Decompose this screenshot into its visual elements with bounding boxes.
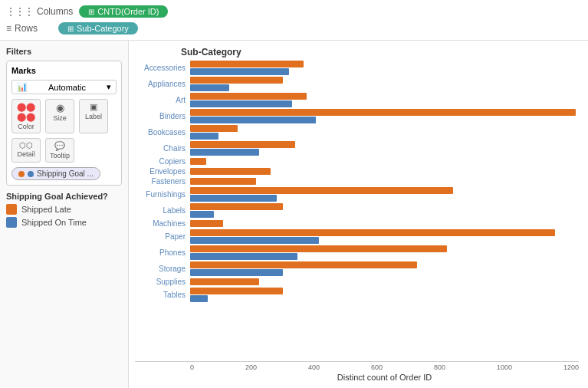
bar-group — [190, 178, 579, 185]
blue-swatch — [6, 217, 17, 228]
bar-blue — [190, 253, 297, 260]
bar-blue — [190, 295, 208, 302]
bar-group — [190, 261, 579, 276]
bar-orange — [190, 245, 447, 252]
legend-label-late: Shipped Late — [21, 205, 71, 214]
legend-item-ontime: Shipped On Time — [6, 217, 122, 228]
x-axis-tick: 1000 — [497, 363, 512, 371]
table-row: Bookcases — [135, 125, 579, 140]
detail-icon: ⬡⬡ — [19, 141, 33, 150]
marks-size-btn[interactable]: ◉ Size — [45, 99, 74, 133]
table-row: Labels — [135, 203, 579, 218]
chevron-down-icon: ▾ — [107, 82, 111, 92]
bar-blue — [190, 68, 289, 75]
rows-label: ≡ Rows — [6, 23, 52, 34]
x-axis-tick: 200 — [245, 363, 257, 371]
columns-row: ⋮⋮⋮ Columns ⊞ CNTD(Order ID) — [6, 3, 582, 20]
bar-group — [190, 61, 579, 75]
x-axis-tick: 0 — [190, 363, 194, 371]
bar-label: Envelopes — [135, 167, 190, 176]
marks-icons-row2: ⬡⬡ Detail 💬 Tooltip — [11, 138, 117, 163]
columns-pill[interactable]: ⊞ CNTD(Order ID) — [79, 5, 168, 18]
bar-group — [190, 109, 579, 123]
table-row: Tables — [135, 288, 579, 302]
table-row: Envelopes — [135, 167, 579, 176]
table-row: Chairs — [135, 141, 579, 156]
color-icon: ⬤⬤⬤⬤ — [17, 102, 35, 122]
table-row: Appliances — [135, 77, 579, 91]
bar-group — [190, 229, 579, 244]
bar-label: Fasteners — [135, 177, 190, 186]
bar-orange — [190, 77, 283, 84]
rows-pill[interactable]: ⊞ Sub-Category — [58, 22, 138, 35]
bar-blue — [190, 269, 283, 276]
bar-label: Art — [135, 96, 190, 104]
rows-pill-icon: ⊞ — [67, 25, 74, 33]
bar-label: Furnishings — [135, 190, 190, 199]
orange-swatch — [6, 204, 17, 215]
tooltip-icon: 💬 — [54, 141, 65, 151]
marks-label-btn[interactable]: ▣ Label — [79, 99, 108, 133]
bar-label: Machines — [135, 219, 190, 228]
bar-blue — [190, 195, 277, 202]
table-row: Furnishings — [135, 187, 579, 202]
bar-orange — [190, 141, 295, 148]
bar-label: Binders — [135, 112, 190, 120]
bar-orange — [190, 168, 271, 175]
marks-tooltip-btn[interactable]: 💬 Tooltip — [45, 138, 74, 163]
columns-pill-icon: ⊞ — [88, 8, 94, 16]
bar-orange — [190, 187, 453, 194]
marks-tooltip-label: Tooltip — [50, 152, 70, 159]
bar-orange — [190, 178, 256, 185]
bar-group — [190, 220, 579, 227]
bar-label: Storage — [135, 265, 190, 273]
marks-title: Marks — [11, 66, 117, 75]
main-content: Filters Marks 📊 Automatic ▾ ⬤⬤⬤⬤ Color ◉… — [0, 41, 588, 388]
table-row: Accessories — [135, 61, 579, 75]
orange-dot — [18, 171, 25, 177]
x-axis: 020040060080010001200 Distinct count of … — [135, 361, 579, 382]
bar-orange — [190, 261, 417, 268]
bar-group — [190, 168, 579, 175]
bar-group — [190, 93, 579, 107]
marks-detail-btn[interactable]: ⬡⬡ Detail — [11, 138, 41, 163]
x-axis-label: Distinct count of Order ID — [190, 373, 579, 382]
bar-blue — [190, 84, 229, 91]
bar-label: Phones — [135, 248, 190, 257]
bar-orange — [190, 93, 307, 100]
rows-row: ≡ Rows ⊞ Sub-Category — [6, 20, 582, 37]
size-icon: ◉ — [56, 102, 64, 113]
bar-group — [190, 245, 579, 260]
x-axis-ticks: 020040060080010001200 — [190, 362, 579, 371]
table-row: Binders — [135, 109, 579, 123]
bar-group — [190, 203, 579, 218]
bar-orange — [190, 278, 259, 285]
bar-label: Labels — [135, 206, 190, 215]
legend-item-late: Shipped Late — [6, 204, 122, 215]
legend-title: Shipping Goal Achieved? — [6, 192, 122, 201]
table-row: Copiers — [135, 157, 579, 166]
bar-label: Tables — [135, 291, 190, 299]
bar-label: Copiers — [135, 157, 190, 166]
bar-group — [190, 187, 579, 202]
bar-chart: AccessoriesAppliancesArtBindersBookcases… — [135, 61, 579, 360]
columns-icon: ⋮⋮⋮ — [6, 6, 34, 17]
columns-label: ⋮⋮⋮ Columns — [6, 6, 73, 17]
bar-blue — [190, 133, 218, 140]
legend-box: Shipping Goal Achieved? Shipped Late Shi… — [6, 192, 122, 228]
marks-dropdown[interactable]: 📊 Automatic ▾ — [11, 80, 117, 94]
marks-color-btn[interactable]: ⬤⬤⬤⬤ Color — [11, 99, 41, 133]
bar-orange — [190, 109, 576, 116]
bar-orange — [190, 158, 206, 165]
bar-group — [190, 77, 579, 91]
table-row: Art — [135, 93, 579, 107]
app: ⋮⋮⋮ Columns ⊞ CNTD(Order ID) ≡ Rows ⊞ Su… — [0, 0, 588, 388]
bar-orange — [190, 229, 555, 236]
bar-blue — [190, 149, 259, 156]
blue-dot — [28, 171, 34, 177]
shipping-goal-pill[interactable]: Shipping Goal ... — [11, 167, 100, 180]
bar-blue — [190, 117, 316, 123]
table-row: Storage — [135, 261, 579, 276]
x-axis-tick: 800 — [434, 363, 445, 371]
table-row: Supplies — [135, 278, 579, 286]
